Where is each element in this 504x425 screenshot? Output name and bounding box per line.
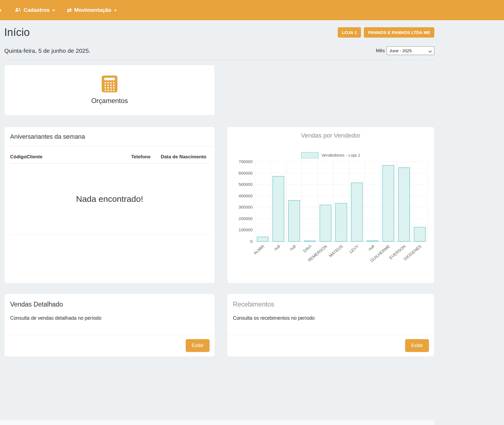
birthdays-card: Aniversariantes da semana Código Cliente…: [4, 127, 215, 283]
svg-text:500000: 500000: [239, 182, 253, 187]
legend-label: Vendedores - Loja 1: [321, 153, 360, 158]
nav-item-cadastros[interactable]: Cadastros ▾: [15, 7, 55, 13]
recebimentos-body: Recebimentos Consulta os recebimentos no…: [227, 294, 434, 335]
column-header-nascimento: Data de Nascimento: [161, 154, 209, 160]
sales-chart-card: Vendas por Vendedor Vendedores - Loja 1 …: [227, 127, 434, 283]
header-buttons: LOJA 1 PANNOS E PANNOS LTDA ME: [338, 27, 434, 38]
chart-legend: Vendedores - Loja 1: [227, 152, 434, 158]
svg-text:300000: 300000: [239, 205, 253, 209]
svg-text:400000: 400000: [239, 193, 253, 198]
svg-text:null: null: [367, 244, 375, 252]
users-icon: [15, 7, 21, 13]
nav-item-partial[interactable]: o: [0, 7, 3, 13]
chevron-down-icon: ▾: [114, 8, 116, 12]
recebimentos-title: Recebimentos: [233, 301, 428, 308]
vendas-por-vendedor-chart: 0100000200000300000400000500000600000700…: [227, 159, 434, 273]
page-container: Início LOJA 1 PANNOS E PANNOS LTDA ME Qu…: [4, 26, 434, 357]
page-title: Início: [4, 26, 30, 38]
empty-state-message: Nada encontrado!: [10, 164, 209, 235]
svg-text:null: null: [273, 244, 281, 252]
recebimentos-card: Recebimentos Consulta os recebimentos no…: [227, 294, 434, 357]
birthdays-table: Código Cliente Telefone Data de Nascimen…: [10, 146, 209, 235]
nav-item-movimentacao[interactable]: ⇄ Movimentação ▾: [67, 7, 116, 13]
svg-text:600000: 600000: [239, 171, 253, 175]
month-picker: Mês June - 2025: [376, 46, 434, 55]
month-select[interactable]: June - 2025: [387, 46, 434, 55]
svg-text:MATEUS: MATEUS: [328, 244, 344, 258]
vendas-detalhado-title: Vendas Detalhado: [10, 301, 209, 308]
current-date-text: Quinta-feira, 5 de junho de 2025.: [4, 47, 90, 54]
store-button[interactable]: LOJA 1: [338, 27, 361, 38]
calculator-icon: [102, 76, 117, 93]
svg-text:ALMIR: ALMIR: [253, 244, 265, 255]
vendas-detalhado-body: Vendas Detalhado Consulta de vendas deta…: [4, 294, 215, 335]
chart-title: Vendas por Vendedor: [227, 127, 434, 139]
birthdays-table-header: Código Cliente Telefone Data de Nascimen…: [10, 146, 209, 164]
vendas-detalhado-card: Vendas Detalhado Consulta de vendas deta…: [4, 294, 215, 357]
orcamentos-card[interactable]: Orçamentos: [4, 65, 215, 115]
exibir-recebimentos-button[interactable]: Exibir: [405, 339, 429, 352]
legend-swatch: [301, 152, 319, 158]
vendas-detalhado-footer: Exibir: [4, 335, 215, 357]
bottom-strip: [0, 420, 434, 425]
exibir-vendas-button[interactable]: Exibir: [186, 339, 210, 352]
vendas-detalhado-description: Consulta de vendas detalhada no período: [10, 315, 209, 321]
svg-text:null: null: [289, 244, 297, 252]
svg-text:DAVI: DAVI: [302, 244, 312, 253]
company-button[interactable]: PANNOS E PANNOS LTDA ME: [364, 27, 434, 38]
exchange-icon: ⇄: [67, 7, 72, 13]
svg-text:200000: 200000: [239, 216, 253, 221]
recebimentos-description: Consulta os recebimentos no período: [233, 315, 428, 321]
column-header-cliente: Cliente: [27, 154, 131, 160]
nav-item-label: Movimentação: [74, 7, 111, 13]
orcamentos-label: Orçamentos: [91, 97, 128, 105]
date-row: Quinta-feira, 5 de junho de 2025. Mês Ju…: [4, 46, 434, 60]
top-navbar: o Cadastros ▾ ⇄ Movimentação ▾: [0, 0, 504, 20]
svg-text:0: 0: [250, 239, 253, 244]
column-header-codigo: Código: [10, 154, 27, 160]
column-header-telefone: Telefone: [131, 154, 161, 160]
middle-row: Aniversariantes da semana Código Cliente…: [4, 127, 434, 283]
birthdays-title: Aniversariantes da semana: [4, 127, 215, 146]
svg-text:700000: 700000: [239, 159, 253, 164]
month-label: Mês: [376, 48, 385, 54]
page-header: Início LOJA 1 PANNOS E PANNOS LTDA ME: [4, 26, 434, 38]
nav-item-label: Cadastros: [24, 7, 50, 13]
bottom-row: Vendas Detalhado Consulta de vendas deta…: [4, 294, 434, 357]
svg-text:100000: 100000: [239, 227, 253, 232]
chevron-down-icon: ▾: [53, 8, 55, 12]
svg-text:LEVY: LEVY: [349, 244, 360, 254]
recebimentos-footer: Exibir: [227, 335, 434, 357]
